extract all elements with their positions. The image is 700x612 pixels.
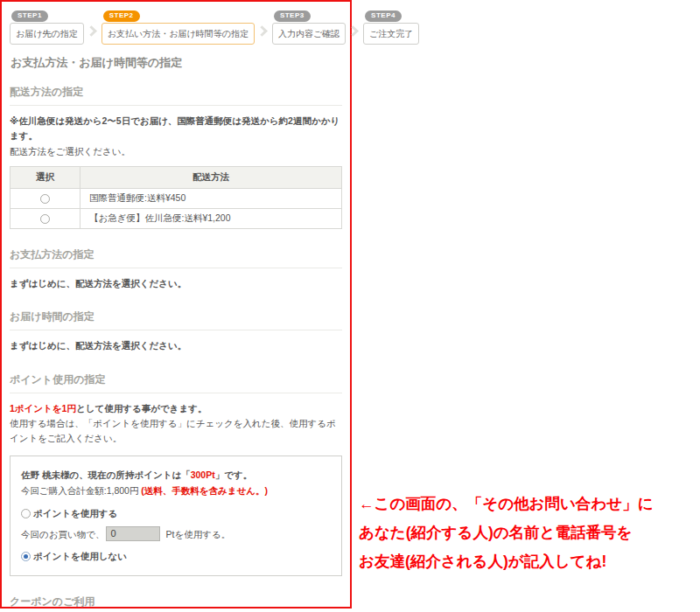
points-total-label: 今回ご購入合計金額:1,800円 xyxy=(21,485,141,496)
shipping-section-heading: 配送方法の指定 xyxy=(10,85,342,106)
payment-note: まずはじめに、配送方法を選択ください。 xyxy=(10,276,342,291)
shipping-radio-express[interactable] xyxy=(40,214,50,224)
step-1: STEP1 お届け先の指定 xyxy=(10,10,84,45)
points-owner-line: 佐野 桃未様の、現在の所持ポイントは「300Pt」です。 xyxy=(21,468,331,483)
shipping-radio-standard[interactable] xyxy=(40,194,50,204)
points-amount-prefix: 今回のお買い物で、 xyxy=(21,528,104,539)
step-1-badge: STEP1 xyxy=(11,10,48,22)
step-3-label: 入力内容ご確認 xyxy=(272,23,346,45)
points-owner-prefix: 佐野 桃未様の、現在の所持ポイントは「 xyxy=(21,469,191,480)
shipping-note-bold: ※佐川急便は発送から2〜5日でお届け、国際普通郵便は発送から約2週間かかります。 xyxy=(10,114,342,144)
delivery-time-note: まずはじめに、配送方法を選択ください。 xyxy=(10,338,342,353)
step-2-current: STEP2 お支払い方法・お届け時間等の指定 xyxy=(102,10,255,45)
step-4-badge: STEP4 xyxy=(365,10,402,22)
shipping-method-table: 選択 配送方法 国際普通郵便:送料¥450 【お急ぎ便】佐川急便:送料¥1,20… xyxy=(10,166,342,229)
points-no-use-option-row: ポイントを使用しない xyxy=(21,549,331,564)
points-box: 佐野 桃未様の、現在の所持ポイントは「300Pt」です。 今回ご購入合計金額:1… xyxy=(10,456,342,576)
points-no-use-radio[interactable] xyxy=(21,552,31,561)
points-intro-rest: として使用する事ができます。 xyxy=(76,403,206,414)
column-header-method: 配送方法 xyxy=(80,166,342,188)
step-1-label: お届け先の指定 xyxy=(10,23,84,45)
checkout-screenshot-frame: STEP1 お届け先の指定 STEP2 お支払い方法・お届け時間等の指定 STE… xyxy=(0,0,352,609)
points-owner-suffix: 」です。 xyxy=(215,469,253,480)
points-amount-row: 今回のお買い物で、Ptを使用する。 xyxy=(21,526,331,541)
table-row: 国際普通郵便:送料¥450 xyxy=(10,188,342,208)
points-total-note: (送料、手数料を含みません。) xyxy=(141,485,268,496)
step-4: STEP4 ご注文完了 xyxy=(363,10,419,45)
points-owner-value: 300Pt xyxy=(191,469,215,480)
points-use-option-row: ポイントを使用する xyxy=(21,506,331,521)
points-use-radio[interactable] xyxy=(21,509,31,518)
payment-section-heading: お支払方法の指定 xyxy=(10,247,342,268)
step-3-badge: STEP3 xyxy=(274,10,311,22)
points-intro-red: 1ポイントを1円 xyxy=(10,403,76,414)
page-title: お支払方法・お届け時間等の指定 xyxy=(10,55,342,71)
shipping-method-label: 【お急ぎ便】佐川急便:送料¥1,200 xyxy=(80,208,342,228)
table-header-row: 選択 配送方法 xyxy=(10,166,342,188)
step-arrow-icon xyxy=(86,25,97,37)
points-intro-line2: 使用する場合は、「ポイントを使用する」にチェックを入れた後、使用するポイントをご… xyxy=(10,416,342,447)
column-header-select: 選択 xyxy=(10,166,80,188)
points-use-label: ポイントを使用する xyxy=(33,508,117,518)
table-row: 【お急ぎ便】佐川急便:送料¥1,200 xyxy=(10,208,342,228)
checkout-steps: STEP1 お届け先の指定 STEP2 お支払い方法・お届け時間等の指定 STE… xyxy=(10,10,342,45)
step-2-badge: STEP2 xyxy=(103,10,140,22)
step-4-label: ご注文完了 xyxy=(363,23,419,45)
shipping-method-label: 国際普通郵便:送料¥450 xyxy=(80,188,342,208)
points-amount-input[interactable] xyxy=(106,526,160,541)
points-intro-line1: 1ポイントを1円として使用する事ができます。 xyxy=(10,401,342,416)
coupon-section-heading: クーポンのご利用 xyxy=(10,595,342,612)
points-no-use-label: ポイントを使用しない xyxy=(33,551,127,561)
step-arrow-icon xyxy=(256,25,268,37)
step-arrow-icon xyxy=(347,25,359,37)
step-2-label: お支払い方法・お届け時間等の指定 xyxy=(102,23,255,45)
points-total-line: 今回ご購入合計金額:1,800円 (送料、手数料を含みません。) xyxy=(21,483,331,498)
delivery-time-section-heading: お届け時間の指定 xyxy=(10,309,342,330)
referral-instruction-line2: あなた(紹介する人)の名前と電話番号を xyxy=(359,518,700,547)
step-3: STEP3 入力内容ご確認 xyxy=(272,10,346,45)
referral-instruction-line3: お友達(紹介される人)が記入してね! xyxy=(359,547,700,576)
shipping-note: 配送方法をご選択ください。 xyxy=(10,144,342,159)
referral-instruction-note: ←この画面の、「その他お問い合わせ」に あなた(紹介する人)の名前と電話番号を … xyxy=(359,490,700,576)
referral-instruction-line1: ←この画面の、「その他お問い合わせ」に xyxy=(359,490,700,518)
points-section-heading: ポイント使用の指定 xyxy=(10,372,342,393)
points-amount-suffix: Ptを使用する。 xyxy=(165,528,230,539)
